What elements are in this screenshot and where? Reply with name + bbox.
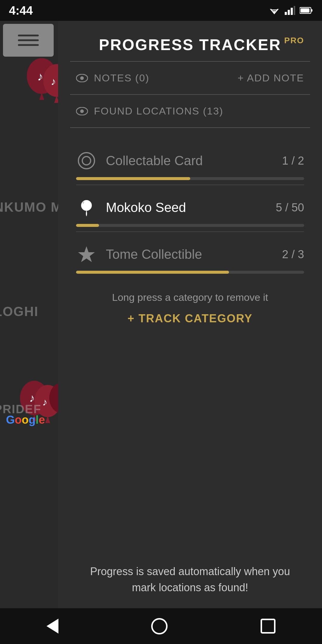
home-button[interactable] (151, 618, 168, 634)
svg-point-29 (78, 153, 95, 169)
category-divider-1 (76, 185, 304, 185)
svg-rect-10 (311, 9, 312, 12)
svg-rect-6 (288, 10, 290, 15)
tome-collectible-progress-bar (76, 271, 304, 274)
divider-3 (70, 127, 310, 128)
tome-collectible-name: Tome Collectible (106, 247, 273, 262)
eye-icon-2 (76, 107, 88, 115)
tome-collectible-count: 2 / 3 (282, 248, 304, 261)
svg-marker-32 (78, 246, 95, 262)
mokoko-seed-progress-bar (76, 224, 304, 227)
svg-point-28 (80, 109, 84, 113)
category-list: Collectable Card 1 / 2 Mokoko Seed (58, 135, 322, 280)
back-button[interactable] (47, 619, 58, 634)
menu-line-2 (18, 39, 39, 41)
eye-icon (76, 74, 88, 82)
svg-rect-5 (285, 12, 287, 15)
progress-tracker-panel: PROGRESS TRACKER PRO NOTES (0) + ADD NOT… (58, 21, 322, 644)
category-divider-2 (76, 231, 304, 232)
menu-button[interactable] (3, 24, 54, 57)
recent-icon (261, 619, 275, 634)
collectable-card-progress-fill (76, 177, 190, 180)
category-item-card[interactable]: Collectable Card 1 / 2 (70, 141, 310, 188)
panel-header: PROGRESS TRACKER PRO (58, 21, 322, 54)
divider-2 (70, 94, 310, 95)
panel-title: PROGRESS TRACKER (99, 36, 281, 54)
collectable-card-count: 1 / 2 (282, 154, 304, 167)
category-item-mokoko[interactable]: Mokoko Seed 5 / 50 (70, 188, 310, 235)
category-item-tome[interactable]: Tome Collectible 2 / 3 (70, 235, 310, 280)
home-icon (151, 618, 168, 634)
menu-line-1 (18, 35, 39, 36)
category-header-tome: Tome Collectible 2 / 3 (76, 244, 304, 265)
divider-1 (70, 61, 310, 62)
notes-count-label: NOTES (0) (94, 72, 149, 84)
category-header-mokoko: Mokoko Seed 5 / 50 (76, 197, 304, 218)
signal-icon (285, 6, 295, 15)
svg-text:♪: ♪ (42, 396, 47, 408)
status-bar: 4:44 (0, 0, 322, 21)
mokoko-seed-progress-fill (76, 224, 99, 227)
google-logo: Google (6, 414, 45, 426)
wifi-icon (268, 6, 280, 15)
svg-rect-11 (301, 8, 309, 13)
svg-rect-8 (294, 6, 295, 15)
svg-rect-7 (291, 8, 293, 15)
add-note-button[interactable]: + ADD NOTE (238, 72, 304, 84)
mokoko-seed-icon (76, 197, 97, 218)
svg-text:♪: ♪ (51, 75, 56, 87)
tome-collectible-progress-fill (76, 271, 229, 274)
notes-label: NOTES (0) (76, 72, 149, 84)
card-icon (76, 150, 97, 171)
collectable-card-progress-bar (76, 177, 304, 180)
found-locations-label: FOUND LOCATIONS (13) (94, 105, 223, 117)
long-press-hint: Long press a category to remove it (112, 292, 268, 303)
found-locations-row[interactable]: FOUND LOCATIONS (13) (58, 102, 322, 120)
map-text-loghi: LOGHI (0, 304, 38, 319)
svg-text:♪: ♪ (37, 70, 43, 83)
status-time: 4:44 (9, 4, 33, 17)
track-category-button[interactable]: + TRACK CATEGORY (128, 312, 253, 325)
recent-apps-button[interactable] (261, 619, 275, 634)
tome-collectible-icon (76, 244, 97, 265)
notes-row: NOTES (0) + ADD NOTE (58, 69, 322, 87)
mokoko-seed-name: Mokoko Seed (106, 200, 267, 215)
svg-point-26 (80, 76, 84, 80)
category-header-card: Collectable Card 1 / 2 (76, 150, 304, 171)
auto-save-text: Progress is saved automatically when you… (82, 564, 298, 596)
back-icon (47, 619, 58, 634)
menu-line-3 (18, 44, 39, 46)
mokoko-seed-count: 5 / 50 (276, 201, 304, 214)
collectable-card-name: Collectable Card (106, 153, 273, 168)
nav-bar (0, 608, 322, 644)
pro-badge: PRO (284, 36, 304, 45)
status-icons (268, 6, 313, 15)
battery-icon (300, 7, 313, 14)
svg-point-30 (82, 157, 91, 165)
